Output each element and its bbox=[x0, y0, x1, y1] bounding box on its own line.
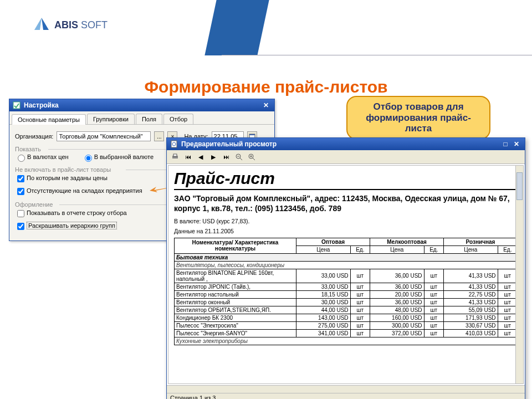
chk-color-groups[interactable]: Раскрашивать иерархию групп bbox=[15, 221, 117, 232]
decor-shape bbox=[204, 0, 269, 55]
table-row: Кондиционер БК 2300143,00 USDшт160,00 US… bbox=[175, 314, 518, 321]
th-price: Цена bbox=[370, 245, 424, 253]
page-last-icon[interactable]: ⏭ bbox=[220, 151, 232, 162]
preview-window: Предварительный просмотр □ ✕ ⏮ ◀ ▶ ⏭ Пра… bbox=[166, 137, 525, 399]
callout-bubble: Отбор товаров для формирования прайс-лис… bbox=[346, 96, 490, 140]
tab-grouping[interactable]: Группировки bbox=[87, 114, 135, 124]
th-price: Цена bbox=[443, 245, 498, 253]
settings-title: Настройка bbox=[24, 101, 59, 109]
th-name: Номенклатура/ Характеристика номенклатур… bbox=[175, 238, 296, 253]
scrollbar-vertical[interactable] bbox=[515, 166, 523, 383]
preview-toolbar: ⏮ ◀ ▶ ⏭ bbox=[167, 150, 525, 164]
table-row: Пылесос "Электросила"275,00 USDшт300,00 … bbox=[175, 321, 518, 329]
document-page: Прайс-лист ЗАО "Торговый дом Комплексный… bbox=[174, 169, 518, 345]
table-category-row: Бытовая техника bbox=[175, 253, 518, 261]
tab-main[interactable]: Основные параметры bbox=[12, 114, 86, 125]
svg-rect-6 bbox=[173, 154, 177, 156]
th-unit: Ед. bbox=[424, 245, 443, 253]
table-row: Пылесос "Энергия-SANYO"341,00 USDшт372,0… bbox=[175, 329, 518, 337]
table-row: Вентилятор BINATONE ALPINE 160вт, наполь… bbox=[175, 269, 518, 283]
table-subcategory-row: Вентиляторы, пылесосы, кондиционеры bbox=[175, 261, 518, 269]
decor-line bbox=[222, 55, 532, 55]
logo-icon bbox=[33, 17, 50, 33]
tab-filter[interactable]: Отбор bbox=[163, 114, 193, 124]
org-field[interactable] bbox=[57, 131, 151, 141]
close-icon[interactable]: ✕ bbox=[261, 101, 271, 110]
th-price: Цена bbox=[296, 245, 351, 253]
table-row: Вентилятор настольный18,15 USDшт20,00 US… bbox=[175, 290, 518, 298]
chk-show-filter[interactable]: Показывать в отчете строку отбора bbox=[15, 208, 127, 219]
svg-rect-2 bbox=[249, 134, 255, 135]
tab-fields[interactable]: Поля bbox=[136, 114, 162, 124]
th-unit: Ед. bbox=[350, 245, 370, 253]
close-icon[interactable]: ✕ bbox=[511, 140, 521, 149]
page-prev-icon[interactable]: ◀ bbox=[195, 151, 207, 162]
settings-tabs: Основные параметры Группировки Поля Отбо… bbox=[9, 111, 274, 125]
table-subcategory-row: Кухонные электроприборы bbox=[175, 337, 518, 345]
brand-logo: ABIS SOFT bbox=[33, 17, 108, 33]
table-row: Вентилятор ОРБИТА,STERLING,ЯП.44,00 USDш… bbox=[175, 306, 518, 314]
price-table: Номенклатура/ Характеристика номенклатур… bbox=[174, 238, 518, 345]
radio-selected-currency[interactable]: В выбранной валюте bbox=[82, 153, 154, 162]
th-retail: Розничная bbox=[443, 238, 517, 245]
svg-line-9 bbox=[240, 158, 242, 160]
maximize-icon[interactable]: □ bbox=[500, 140, 510, 149]
brand-name: ABIS SOFT bbox=[54, 19, 108, 31]
table-row: Вентилятор JIPONIC (Тайв.),33,00 USDшт36… bbox=[175, 283, 518, 290]
org-choose-button[interactable]: ... bbox=[154, 131, 164, 141]
preview-titlebar[interactable]: Предварительный просмотр □ ✕ bbox=[167, 138, 525, 150]
print-icon[interactable] bbox=[169, 151, 181, 162]
svg-line-13 bbox=[253, 158, 255, 160]
page-first-icon[interactable]: ⏮ bbox=[182, 151, 194, 162]
doc-title: Прайс-лист bbox=[174, 169, 518, 190]
table-row: Вентилятор оконный30,00 USDшт36,00 USDшт… bbox=[175, 298, 518, 306]
doc-meta-currency: В валюте: USD (курс 27,83). bbox=[174, 218, 518, 226]
doc-address: ЗАО "Торговый дом Комплексный", адрес: 1… bbox=[174, 193, 518, 213]
radio-currency-prices[interactable]: В валютах цен bbox=[15, 153, 69, 162]
th-wholesale: Оптовая bbox=[296, 238, 370, 245]
preview-statusbar: Страница 1 из 3 bbox=[167, 393, 525, 399]
preview-title: Предварительный просмотр bbox=[181, 140, 277, 148]
preview-viewport[interactable]: Прайс-лист ЗАО "Торговый дом Комплексный… bbox=[168, 165, 524, 384]
settings-titlebar[interactable]: Настройка ✕ bbox=[9, 99, 274, 111]
page-indicator: Страница 1 из 3 bbox=[170, 395, 216, 399]
chk-no-stock[interactable]: Отсутствующие на складах предприятия bbox=[15, 186, 142, 197]
window-icon bbox=[170, 140, 178, 148]
chk-no-price[interactable]: По которым не заданы цены bbox=[15, 173, 108, 184]
page-title: Формирование прайс-листов bbox=[0, 78, 532, 96]
org-label: Организация: bbox=[15, 133, 53, 140]
page-next-icon[interactable]: ▶ bbox=[207, 151, 219, 162]
th-smallwholesale: Мелкооптовая bbox=[370, 238, 443, 245]
window-icon bbox=[13, 101, 21, 109]
th-unit: Ед. bbox=[498, 245, 517, 253]
doc-meta-date: Данные на 21.11.2005 bbox=[174, 228, 518, 236]
zoom-in-icon[interactable] bbox=[245, 151, 258, 162]
scrollbar-horizontal[interactable] bbox=[167, 385, 525, 393]
zoom-out-icon[interactable] bbox=[233, 151, 245, 162]
